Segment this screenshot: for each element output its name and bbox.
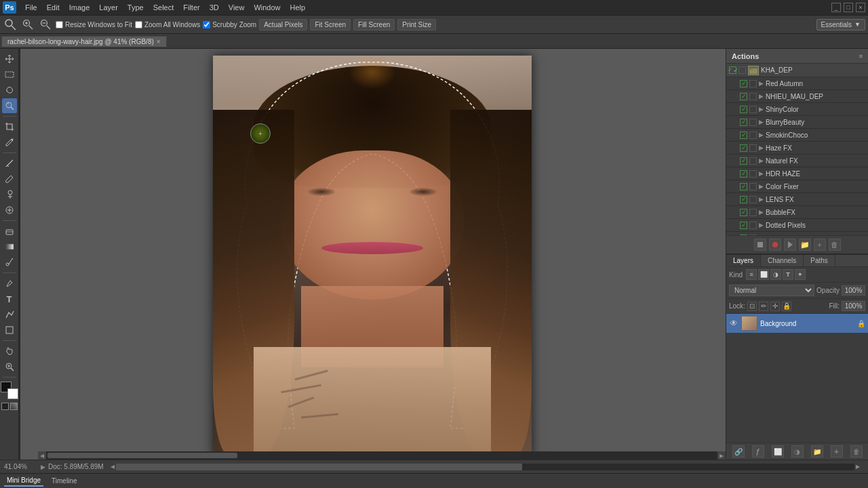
pen-tool[interactable]	[2, 276, 17, 291]
lock-transparency[interactable]: ⊡	[747, 302, 757, 311]
tab-channels[interactable]: Channels	[761, 255, 804, 266]
eyedropper-tool[interactable]	[2, 135, 17, 150]
dodge-tool[interactable]	[2, 255, 17, 270]
resize-windows-check[interactable]: Resize Windows to Fit	[56, 21, 132, 28]
lock-all[interactable]: 🔒	[782, 302, 791, 311]
scrubby-zoom-checkbox[interactable]	[203, 21, 210, 28]
record-action-button[interactable]	[769, 239, 781, 251]
filter-pixel[interactable]: ⬜	[758, 269, 769, 280]
menu-layer[interactable]: Layer	[94, 2, 123, 13]
zoom-out-icon[interactable]	[38, 17, 53, 32]
action-dotted-pixels[interactable]: ✓ ▶ Dotted Pixels	[726, 219, 868, 232]
menu-file[interactable]: File	[20, 2, 42, 13]
close-button[interactable]: ×	[856, 3, 865, 12]
background-color[interactable]	[7, 388, 18, 399]
zoom-in-icon[interactable]	[20, 17, 35, 32]
action-smokin-choco[interactable]: ✓ ▶ SmokinChoco	[726, 129, 868, 142]
action-hdr-haze[interactable]: ✓ ▶ HDR HAZE	[726, 167, 868, 180]
move-tool[interactable]	[2, 52, 17, 66]
menu-3d[interactable]: 3D	[205, 2, 224, 13]
marquee-tool[interactable]	[2, 67, 17, 82]
zoom-all-windows-checkbox[interactable]	[135, 21, 142, 28]
tab-close-button[interactable]: ×	[157, 38, 161, 45]
action-bubble-fx[interactable]: ✓ ▶ BubbleFX	[726, 206, 868, 219]
new-action-button[interactable]: +	[814, 239, 826, 251]
action-color-fixer[interactable]: ✓ ▶ Color Fixer	[726, 180, 868, 193]
menu-type[interactable]: Type	[123, 2, 149, 13]
filter-smart[interactable]: ✦	[795, 269, 806, 280]
menu-filter[interactable]: Filter	[178, 2, 204, 13]
maximize-button[interactable]: □	[844, 3, 853, 12]
stop-action-button[interactable]	[754, 239, 766, 251]
filter-type[interactable]: T	[783, 269, 793, 280]
layer-visibility-icon[interactable]: 👁	[729, 319, 738, 328]
healing-tool[interactable]	[2, 203, 17, 218]
scrubby-zoom-check[interactable]: Scrubby Zoom	[203, 21, 256, 28]
hand-tool[interactable]	[2, 344, 17, 359]
delete-layer-button[interactable]: 🗑	[850, 445, 863, 458]
action-naturel-fx[interactable]: ✓ ▶ Naturel FX	[726, 155, 868, 167]
kha-dep-check[interactable]: ✓	[729, 66, 736, 74]
h-scroll-thumb[interactable]	[116, 464, 522, 470]
layer-mask-button[interactable]: ⬜	[772, 445, 784, 458]
filter-all[interactable]: ≡	[746, 269, 757, 280]
actions-list[interactable]: ✓ KHA_DEP ✓ ▶ Red Autumn	[726, 64, 868, 235]
new-layer-button[interactable]: +	[831, 445, 843, 458]
adjustment-layer-button[interactable]: ◑	[791, 445, 804, 458]
scroll-left-arrow[interactable]: ◀	[38, 451, 46, 460]
menu-edit[interactable]: Edit	[42, 2, 64, 13]
lock-image[interactable]: ✏	[759, 302, 768, 311]
action-haze-fx[interactable]: ✓ ▶ Haze FX	[726, 142, 868, 155]
rectangle-tool[interactable]	[2, 323, 17, 338]
path-select-tool[interactable]	[2, 307, 17, 322]
action-group-kha-dep[interactable]: ✓ KHA_DEP	[726, 64, 868, 77]
menu-select[interactable]: Select	[149, 2, 179, 13]
scroll-thumb[interactable]	[47, 453, 237, 458]
action-nhieu-mau-dep[interactable]: ✓ ▶ NHIEU_MAU_DEP	[726, 90, 868, 103]
lock-position[interactable]: ✛	[770, 302, 780, 311]
quick-mask-mode[interactable]	[10, 403, 18, 410]
layer-link-button[interactable]: 🔗	[732, 445, 745, 458]
blend-mode-select[interactable]: Normal Multiply Screen	[729, 285, 814, 296]
minimize-button[interactable]: _	[831, 3, 841, 12]
document-tab[interactable]: rachel-bilson-long-wavy-hair.jpg @ 41% (…	[1, 36, 167, 47]
fill-screen-button[interactable]: Fill Screen	[353, 19, 395, 30]
tab-timeline[interactable]: Timeline	[49, 476, 79, 486]
zoom-tool[interactable]	[2, 359, 17, 374]
filter-adjustment[interactable]: ◑	[770, 269, 781, 280]
gradient-tool[interactable]	[2, 239, 17, 254]
brush-tool[interactable]	[2, 171, 17, 186]
opacity-input[interactable]	[842, 285, 865, 296]
photo-canvas[interactable]	[213, 56, 532, 455]
menu-image[interactable]: Image	[64, 2, 95, 13]
action-red-autumn[interactable]: ✓ ▶ Red Autumn	[726, 77, 868, 90]
new-set-button[interactable]: 📁	[799, 239, 811, 251]
tab-mini-bridge[interactable]: Mini Bridge	[4, 475, 43, 487]
action-lens-fx[interactable]: ✓ ▶ LENS FX	[726, 193, 868, 206]
standard-mode[interactable]	[1, 403, 9, 410]
menu-window[interactable]: Window	[249, 2, 285, 13]
text-tool[interactable]: T	[2, 291, 17, 306]
resize-windows-checkbox[interactable]	[56, 21, 63, 28]
fill-input[interactable]	[842, 301, 865, 311]
workspace-selector[interactable]: Essentials ▼	[816, 19, 866, 30]
color-swatches[interactable]	[1, 382, 18, 399]
actual-pixels-button[interactable]: Actual Pixels	[259, 19, 307, 30]
tab-paths[interactable]: Paths	[804, 255, 835, 266]
scroll-right-arrow[interactable]: ▶	[717, 451, 726, 460]
h-scroll-prev[interactable]: ◀	[109, 464, 116, 470]
menu-help[interactable]: Help	[285, 2, 311, 13]
clone-stamp-tool[interactable]	[2, 187, 17, 202]
menu-view[interactable]: View	[224, 2, 250, 13]
action-blurry-beauty[interactable]: ✓ ▶ BlurryBeauty	[726, 116, 868, 129]
ruler-tool[interactable]	[2, 156, 17, 171]
status-expand-icon[interactable]: ▶	[41, 464, 45, 470]
delete-action-button[interactable]: 🗑	[829, 239, 841, 251]
eraser-tool[interactable]	[2, 224, 17, 239]
zoom-tool-icon[interactable]	[3, 17, 18, 32]
zoom-all-windows-check[interactable]: Zoom All Windows	[135, 21, 200, 28]
new-group-button[interactable]: 📁	[811, 445, 823, 458]
lasso-tool[interactable]	[2, 83, 17, 98]
crop-tool[interactable]	[2, 119, 17, 134]
print-size-button[interactable]: Print Size	[397, 19, 436, 30]
